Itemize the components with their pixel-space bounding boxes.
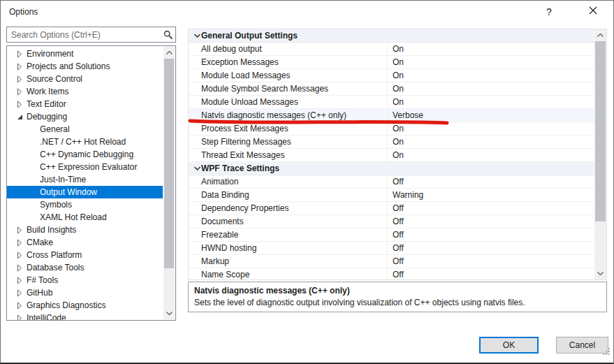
setting-value[interactable]: Off [388,242,595,254]
setting-value[interactable]: On [388,136,595,148]
tree-item-net-c-hot-reload[interactable]: .NET / C++ Hot Reload [7,136,163,148]
tree-item-c-expression-evaluator[interactable]: C++ Expression Evaluator [7,161,163,173]
scroll-up-icon[interactable] [163,47,175,59]
expand-icon[interactable] [14,264,25,272]
setting-value[interactable]: On [388,149,595,161]
expand-icon[interactable] [14,101,25,108]
expand-icon[interactable] [14,252,25,259]
tree-item-source-control[interactable]: Source Control [7,73,163,85]
expand-icon[interactable] [14,50,25,58]
setting-row-thread-exit-messages[interactable]: Thread Exit MessagesOn [189,149,595,162]
tree-item-build-insights[interactable]: Build Insights [7,224,163,236]
setting-row-module-load-messages[interactable]: Module Load MessagesOn [189,69,595,82]
expand-icon[interactable] [14,88,25,96]
setting-row-step-filtering-messages[interactable]: Step Filtering MessagesOn [189,136,595,149]
expand-icon[interactable] [14,226,25,234]
group-header-general-output-settings[interactable]: General Output Settings [189,29,595,43]
chevron-down-icon[interactable] [189,166,201,170]
setting-value[interactable]: On [388,82,595,95]
setting-value[interactable]: Off [388,255,595,268]
search-input[interactable] [7,30,160,40]
setting-value[interactable]: On [388,69,595,82]
expand-icon[interactable] [14,239,25,247]
setting-value[interactable]: Off [388,228,595,241]
tree-item-general[interactable]: General [7,123,163,136]
setting-value[interactable]: Off [388,268,595,280]
setting-value[interactable]: Warning [388,189,595,201]
tree-item-work-items[interactable]: Work Items [7,85,163,98]
setting-row-name-scope[interactable]: Name ScopeOff [189,268,595,280]
expand-icon[interactable] [14,63,25,71]
tree-item-cmake[interactable]: CMake [7,236,163,249]
scroll-down-icon[interactable] [594,268,606,279]
resize-grip[interactable] [602,347,611,356]
group-header-wpf-trace-settings[interactable]: WPF Trace Settings [189,162,595,175]
tree-item-label: General [38,123,70,136]
expand-icon[interactable] [14,314,25,321]
tree-item-github[interactable]: GitHub [7,286,163,299]
tree-item-cross-platform[interactable]: Cross Platform [7,249,163,261]
scroll-down-icon[interactable] [163,307,175,319]
expand-icon[interactable] [14,289,25,297]
description-text: Sets the level of diagnostic output invo… [194,298,601,307]
ok-button[interactable]: OK [479,337,539,354]
cancel-button[interactable]: Cancel [556,337,608,354]
expand-icon[interactable] [14,75,25,83]
setting-row-exception-messages[interactable]: Exception MessagesOn [189,56,595,69]
setting-row-hwnd-hosting[interactable]: HWND hostingOff [189,242,595,255]
setting-row-freezable[interactable]: FreezableOff [189,228,595,242]
tree-item-label: GitHub [25,286,52,299]
setting-value[interactable]: On [388,96,595,108]
tree-item-text-editor[interactable]: Text Editor [7,98,163,110]
tree-item-database-tools[interactable]: Database Tools [7,261,163,274]
setting-row-markup[interactable]: MarkupOff [189,255,595,268]
setting-value[interactable]: On [388,122,595,135]
collapse-icon[interactable] [14,114,25,120]
expand-icon[interactable] [14,302,25,310]
chevron-down-icon[interactable] [189,34,201,38]
tree-item-debugging[interactable]: Debugging [7,110,163,123]
search-icon[interactable] [160,30,175,39]
setting-row-process-exit-messages[interactable]: Process Exit MessagesOn [189,122,595,136]
setting-name: Thread Exit Messages [189,149,388,161]
tree-item-output-window[interactable]: Output Window [7,186,163,198]
expand-icon[interactable] [14,277,25,284]
setting-value[interactable]: Off [388,202,595,214]
tree-item-graphics-diagnostics[interactable]: Graphics Diagnostics [7,299,163,312]
description-title: Natvis diagnostic messages (C++ only) [194,286,601,296]
tree-item-symbols[interactable]: Symbols [7,198,163,211]
setting-value[interactable]: On [388,43,595,55]
setting-value[interactable]: Off [388,215,595,228]
setting-row-dependency-properties[interactable]: Dependency PropertiesOff [189,202,595,215]
tree-item-projects-and-solutions[interactable]: Projects and Solutions [7,60,163,73]
help-button[interactable]: ? [537,1,561,22]
setting-row-data-binding[interactable]: Data BindingWarning [189,189,595,202]
setting-row-natvis-diagnostic-messages-c-only[interactable]: Natvis diagnostic messages (C++ only)Ver… [189,109,595,122]
tree-item-just-in-time[interactable]: Just-In-Time [7,173,163,186]
setting-name: HWND hosting [189,242,388,254]
tree-item-label: IntelliCode [25,312,66,321]
tree-item-c-dynamic-debugging[interactable]: C++ Dynamic Debugging [7,148,163,161]
tree-item-label: Just-In-Time [38,173,86,186]
setting-row-module-symbol-search-messages[interactable]: Module Symbol Search MessagesOn [189,82,595,96]
group-header-label: General Output Settings [201,31,298,41]
setting-value[interactable]: Off [388,175,595,188]
close-button[interactable] [581,1,605,22]
grid-scrollbar[interactable] [594,29,606,279]
setting-row-documents[interactable]: DocumentsOff [189,215,595,228]
tree-item-environment[interactable]: Environment [7,48,163,60]
tree-scrollbar[interactable] [163,47,175,319]
tree-item-intellicode[interactable]: IntelliCode [7,312,163,321]
setting-value[interactable]: On [388,56,595,68]
grid-scrollbar-thumb[interactable] [595,41,606,221]
setting-value[interactable]: Verbose [388,109,595,122]
tree-item-f-tools[interactable]: F# Tools [7,274,163,286]
setting-row-all-debug-output[interactable]: All debug outputOn [189,43,595,56]
options-dialog: Options ? EnvironmentProjects and Soluti… [0,0,614,364]
setting-row-module-unload-messages[interactable]: Module Unload MessagesOn [189,96,595,109]
setting-row-animation[interactable]: AnimationOff [189,175,595,189]
tree-item-xaml-hot-reload[interactable]: XAML Hot Reload [7,211,163,224]
setting-name: Markup [189,255,388,268]
scroll-up-icon[interactable] [594,29,606,41]
tree-scrollbar-thumb[interactable] [164,59,174,268]
